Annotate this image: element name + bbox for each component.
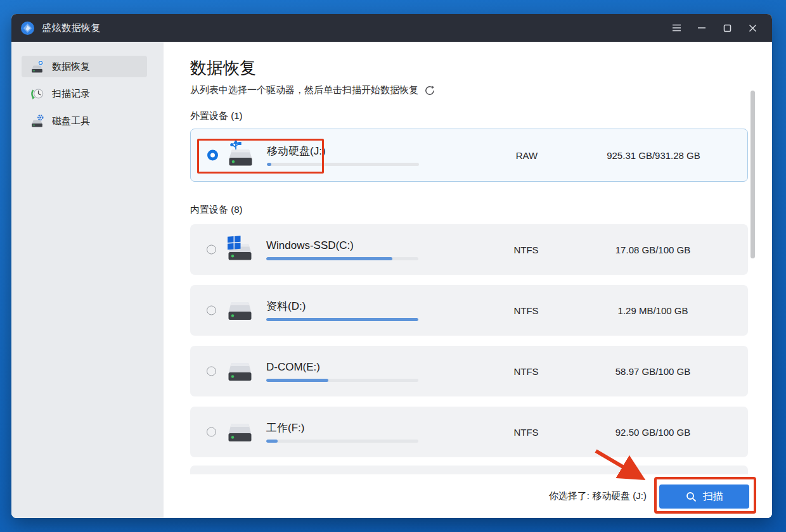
usage-bar [266, 379, 418, 382]
device-name: 工作(F:) [266, 421, 418, 435]
section-label-external: 外置设备 (1) [190, 110, 243, 122]
device-capacity: 17.08 GB/100 GB [564, 244, 742, 255]
minimize-button[interactable] [691, 18, 712, 37]
maximize-icon [723, 24, 731, 32]
sidebar-item-disk-tools[interactable]: 磁盘工具 [22, 110, 147, 132]
usage-bar [267, 163, 419, 166]
device-capacity: 58.97 GB/100 GB [564, 366, 742, 377]
hard-drive-icon [224, 357, 255, 386]
sidebar-item-label: 扫描记录 [52, 87, 90, 101]
page-title: 数据恢复 [190, 57, 256, 79]
device-name: Windows-SSD(C:) [266, 239, 418, 253]
section-label-internal: 内置设备 (8) [190, 204, 243, 216]
scan-button[interactable]: 扫描 [659, 484, 749, 509]
windows-drive-icon [224, 235, 255, 264]
device-radio[interactable] [207, 367, 216, 376]
device-filesystem: NTFS [482, 366, 570, 377]
disk-tools-icon [30, 114, 44, 128]
device-capacity: 925.31 GB/931.28 GB [565, 150, 742, 161]
device-row-work-f[interactable]: 工作(F:) NTFS 92.50 GB/100 GB [190, 407, 748, 457]
device-row-data-d[interactable]: 资料(D:) NTFS 1.29 MB/100 GB [190, 285, 748, 336]
app-window: 盛炫数据恢复 [11, 14, 772, 518]
usb-drive-icon [225, 141, 255, 170]
maximize-button[interactable] [716, 18, 738, 37]
device-row-removable-j[interactable]: 移动硬盘(J:) RAW 925.31 GB/931.28 GB [190, 129, 748, 182]
scan-button-label: 扫描 [703, 490, 723, 504]
refresh-button[interactable] [424, 85, 435, 96]
device-filesystem: NTFS [482, 427, 570, 438]
device-name: 移动硬盘(J:) [267, 144, 419, 158]
page-subtitle: 从列表中选择一个驱动器，然后单击扫描开始数据恢复 [190, 84, 418, 96]
device-row-windows-ssd-c[interactable]: Windows-SSD(C:) NTFS 17.08 GB/100 GB [190, 224, 748, 275]
data-recovery-icon [30, 60, 44, 73]
selection-status-text: 你选择了: 移动硬盘 (J:) [549, 488, 647, 504]
device-radio[interactable] [207, 245, 216, 255]
device-radio-selected[interactable] [207, 150, 218, 161]
sidebar: 数据恢复 扫描记录 [11, 42, 164, 518]
main-panel: 数据恢复 从列表中选择一个驱动器，然后单击扫描开始数据恢复 外置设备 (1) [164, 42, 772, 518]
device-filesystem: NTFS [482, 244, 570, 255]
app-logo-icon [20, 21, 35, 35]
usage-bar [266, 257, 418, 260]
device-capacity: 1.29 MB/100 GB [564, 305, 742, 316]
scan-history-icon [30, 87, 44, 101]
refresh-icon [424, 85, 435, 96]
scrollbar-thumb[interactable] [751, 91, 755, 258]
device-name: 资料(D:) [266, 300, 418, 314]
usage-bar [266, 440, 418, 443]
device-filesystem: RAW [482, 150, 571, 161]
menu-button[interactable] [666, 18, 687, 37]
device-radio[interactable] [207, 428, 216, 437]
titlebar: 盛炫数据恢复 [11, 14, 772, 42]
sidebar-item-scan-history[interactable]: 扫描记录 [22, 83, 147, 104]
hamburger-icon [672, 24, 681, 32]
minimize-icon [697, 24, 706, 32]
close-button[interactable] [742, 18, 763, 37]
device-filesystem: NTFS [482, 305, 570, 316]
device-radio[interactable] [207, 306, 216, 315]
hard-drive-icon [224, 296, 255, 325]
sidebar-item-label: 磁盘工具 [52, 114, 90, 128]
close-icon [749, 24, 757, 32]
usage-bar [266, 318, 418, 321]
device-name: D-COM(E:) [266, 360, 418, 374]
search-icon [686, 491, 697, 502]
app-title: 盛炫数据恢复 [42, 22, 101, 34]
device-row-dcom-e[interactable]: D-COM(E:) NTFS 58.97 GB/100 GB [190, 346, 748, 396]
sidebar-item-label: 数据恢复 [52, 60, 90, 73]
device-capacity: 92.50 GB/100 GB [564, 427, 742, 438]
sidebar-item-data-recovery[interactable]: 数据恢复 [22, 56, 147, 77]
hard-drive-icon [224, 417, 255, 446]
device-row-partial[interactable] [190, 466, 748, 474]
